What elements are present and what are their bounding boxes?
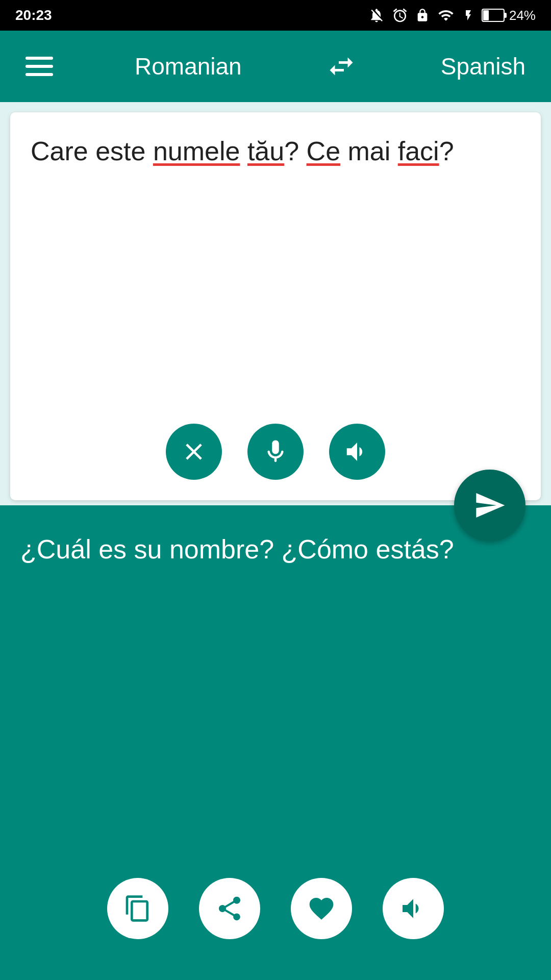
microphone-button[interactable] [247,424,304,480]
status-bar: 20:23 24% [0,0,551,31]
speak-source-button[interactable] [329,424,385,480]
battery-percent: 24% [509,8,536,23]
swap-languages-button[interactable] [323,51,359,82]
status-time: 20:23 [15,7,52,23]
signal-icon [437,7,455,23]
copy-button[interactable] [107,878,168,939]
svg-rect-2 [504,13,507,18]
source-word-3: Ce [307,136,340,166]
battery-icon: 24% [482,8,536,23]
source-word-4: faci [398,136,439,166]
sim-lock-icon [415,7,430,23]
alarm-icon [392,7,408,23]
source-language-label[interactable]: Romanian [135,53,242,80]
menu-button[interactable] [26,57,53,76]
charging-icon [462,7,474,23]
svg-rect-1 [483,10,489,20]
share-button[interactable] [199,878,260,939]
nav-bar: Romanian Spanish [0,31,551,102]
source-word-2: tău [247,136,284,166]
clear-button[interactable] [166,424,222,480]
target-language-label[interactable]: Spanish [441,53,525,80]
translation-text: ¿Cuál es su nombre? ¿Cómo estás? [20,531,531,568]
translation-controls [20,878,531,960]
notification-muted-icon [368,7,385,23]
source-controls [31,424,520,485]
source-text: Care este numele tău? Ce mai faci? [31,133,520,170]
source-panel: Care este numele tău? Ce mai faci? [10,112,541,500]
favorite-button[interactable] [291,878,352,939]
source-word-1: numele [153,136,240,166]
translation-panel: ¿Cuál es su nombre? ¿Cómo estás? [0,505,551,980]
speak-translation-button[interactable] [383,878,444,939]
status-icons: 24% [368,7,536,23]
main-content: Care este numele tău? Ce mai faci? ¿Cuál… [0,102,551,980]
send-button[interactable] [454,470,525,541]
